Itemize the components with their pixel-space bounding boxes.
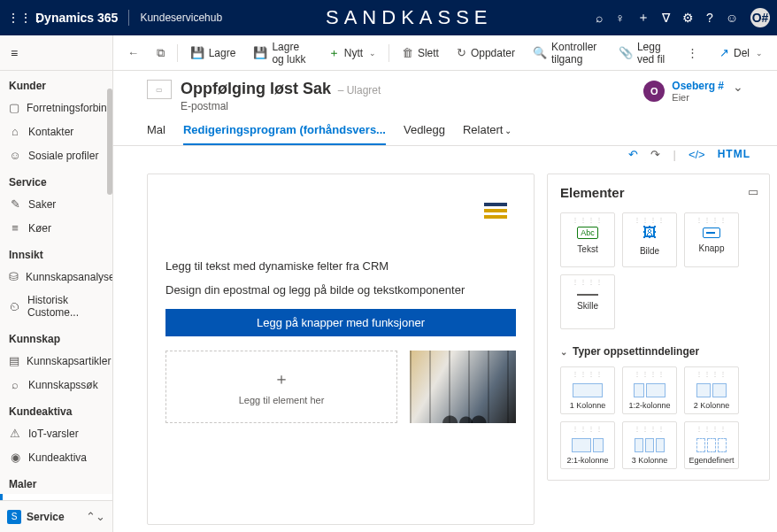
layout-3col-label: 3 Kolonne — [632, 456, 668, 465]
layout-2col[interactable]: ⋮⋮⋮⋮2 Kolonne — [684, 366, 739, 414]
element-knapp[interactable]: ⋮⋮⋮⋮Knapp — [684, 212, 739, 267]
element-bilde[interactable]: ⋮⋮⋮⋮🖼Bilde — [622, 212, 677, 267]
canvas-image[interactable] — [410, 351, 516, 423]
nav-item[interactable]: ▢Forretningsforbin... — [0, 96, 112, 120]
nav-item-label: Kundeaktiva — [28, 451, 87, 464]
add-icon[interactable]: ＋ — [637, 10, 650, 26]
unsaved-indicator: – Ulagret — [338, 84, 381, 96]
layout-section-toggle[interactable]: ⌄Typer oppsettinndelinger — [560, 345, 757, 358]
canvas-cta-button[interactable]: Legg på knapper med funksjoner — [165, 309, 516, 336]
nav-collapse-icon[interactable]: ≡ — [0, 35, 112, 71]
open-new-window-button[interactable]: ⧉ — [150, 42, 172, 64]
html-toggle[interactable]: HTML — [718, 148, 750, 161]
nav-scrollbar[interactable] — [107, 89, 112, 195]
canvas-text-2[interactable]: Design din epostmal og legg på bilde og … — [165, 283, 465, 297]
nav-item-label: IoT-varsler — [28, 428, 79, 440]
filter-icon[interactable]: ∇ — [662, 11, 670, 25]
nav-group-header: Kundeaktiva — [0, 397, 112, 421]
nav-item[interactable]: ▤Kunnskapsartikler — [0, 349, 112, 373]
nav-item[interactable]: ⌕Kunnskapssøk — [0, 373, 112, 397]
attach-button[interactable]: 📎Legg ved fil — [612, 37, 676, 69]
nav-item[interactable]: ⏲Historisk Custome... — [0, 289, 112, 324]
new-button[interactable]: ＋Nytt⌄ — [321, 42, 383, 65]
nav-item-label: Sosiale profiler — [28, 150, 98, 162]
settings-icon[interactable]: ⚙ — [682, 11, 694, 25]
nav-item-icon: ◉ — [9, 451, 21, 464]
user-avatar[interactable]: O# — [750, 8, 770, 27]
nav-group-header: Service — [0, 167, 112, 192]
nav-item-icon: ⏲ — [9, 300, 20, 313]
nav-item-label: Saker — [28, 198, 56, 211]
nav-item[interactable]: ✎Saker — [0, 192, 112, 216]
nav-item[interactable]: ⛁Kunnskapsanalyse — [0, 265, 112, 289]
refresh-label: Oppdater — [471, 47, 515, 59]
save-button[interactable]: 💾Lagre — [183, 42, 243, 63]
layout-2-1col[interactable]: ⋮⋮⋮⋮2:1-kolonne — [560, 421, 615, 469]
layout-1col[interactable]: ⋮⋮⋮⋮1 Kolonne — [560, 366, 615, 414]
divider — [388, 44, 389, 62]
undo-icon[interactable]: ↶ — [628, 148, 638, 161]
canvas-dropzone[interactable]: ＋ Legg til element her — [165, 351, 397, 423]
hub-label[interactable]: Kundeservicehub — [140, 12, 222, 24]
tab-relatert-label: Relatert — [463, 123, 504, 136]
nav-item[interactable]: ◉Kundeaktiva — [0, 445, 112, 469]
share-button[interactable]: ↗Del⌄ — [712, 42, 770, 63]
command-bar: ← ⧉ 💾Lagre 💾Lagre og lukk ＋Nytt⌄ 🗑Slett … — [113, 35, 777, 71]
area-chevron-icon[interactable]: ⌃⌄ — [86, 510, 105, 523]
element-tekst[interactable]: ⋮⋮⋮⋮AbcTekst — [560, 212, 615, 267]
back-button[interactable]: ← — [120, 42, 146, 63]
form-tabs: Mal Redigeringsprogram (forhåndsvers... … — [113, 112, 777, 146]
nav-item-label: Kunnskapsartikler — [27, 355, 111, 367]
layout-title: Typer oppsettinndelinger — [573, 345, 699, 358]
redo-icon[interactable]: ↷ — [650, 148, 660, 161]
delete-button[interactable]: 🗑Slett — [395, 42, 446, 63]
element-bilde-label: Bilde — [640, 246, 659, 256]
layout-1-2col[interactable]: ⋮⋮⋮⋮1:2-kolonne — [622, 366, 677, 414]
layout-custom[interactable]: ⋮⋮⋮⋮Egendefinert — [684, 421, 739, 469]
tab-relatert[interactable]: Relatert⌄ — [463, 123, 512, 145]
canvas-text-1[interactable]: Legg til tekst med dynamiske felter fra … — [165, 259, 388, 273]
nav-item[interactable]: ⚠IoT-varsler — [0, 421, 112, 445]
refresh-button[interactable]: ↻Oppdater — [450, 42, 522, 63]
email-canvas[interactable]: Legg til tekst med dynamiske felter fra … — [147, 173, 535, 525]
layout-3col[interactable]: ⋮⋮⋮⋮3 Kolonne — [622, 421, 677, 469]
area-switcher[interactable]: S Service ⌃⌄ — [0, 500, 112, 532]
layout-2col-label: 2 Kolonne — [694, 401, 730, 410]
nav-item[interactable]: ⌂Kontakter — [0, 120, 112, 143]
overflow-button[interactable]: ⋮ — [680, 42, 705, 63]
element-skille[interactable]: ⋮⋮⋮⋮Skille — [560, 274, 615, 329]
topbar-actions: ⌕ ♀ ＋ ∇ ⚙ ? ☺ O# — [596, 8, 770, 27]
nav-group-header: Kunder — [0, 71, 112, 96]
code-icon[interactable]: </> — [689, 148, 705, 161]
search-icon[interactable]: ⌕ — [596, 11, 603, 25]
nav-item[interactable]: ✉E-postmaler — [0, 494, 112, 500]
help-icon[interactable]: ? — [706, 11, 713, 25]
tab-editor[interactable]: Redigeringsprogram (forhåndsvers... — [183, 123, 386, 145]
attach-label: Legg ved fil — [637, 41, 669, 66]
check-access-button[interactable]: 🔍Kontroller tilgang — [526, 37, 608, 69]
area-badge: S — [7, 510, 21, 524]
nav-item[interactable]: ☺Sosiale profiler — [0, 143, 112, 167]
owner-lookup[interactable]: O Oseberg # Eier — [643, 80, 724, 103]
app-launcher-icon[interactable]: ⋮⋮⋮ — [7, 11, 28, 25]
nav-item-label: Kunnskapsanalyse — [26, 271, 112, 283]
element-knapp-label: Knapp — [699, 243, 725, 253]
plus-icon: ＋ — [273, 368, 289, 389]
global-topbar: ⋮⋮⋮ Dynamics 365 Kundeservicehub SANDKAS… — [0, 0, 777, 35]
record-subtitle: E-postmal — [181, 100, 381, 112]
layout-custom-label: Egendefinert — [689, 456, 734, 465]
dropzone-label: Legg til element her — [239, 395, 325, 405]
nav-item-icon: ✎ — [9, 197, 21, 211]
tab-mal[interactable]: Mal — [147, 123, 165, 145]
nav-item[interactable]: ≡Køer — [0, 216, 112, 240]
nav-item-icon: ▤ — [9, 354, 19, 367]
owner-avatar: O — [643, 81, 665, 102]
tab-vedlegg[interactable]: Vedlegg — [404, 123, 445, 145]
new-label: Nytt — [344, 47, 363, 59]
nav-item-icon: ⛁ — [9, 270, 19, 283]
device-preview-icon[interactable]: ▭ — [748, 185, 758, 198]
feedback-icon[interactable]: ☺ — [726, 11, 738, 25]
save-close-button[interactable]: 💾Lagre og lukk — [246, 37, 317, 69]
bulb-icon[interactable]: ♀ — [615, 11, 625, 25]
header-chevron-icon[interactable]: ⌄ — [733, 80, 743, 94]
